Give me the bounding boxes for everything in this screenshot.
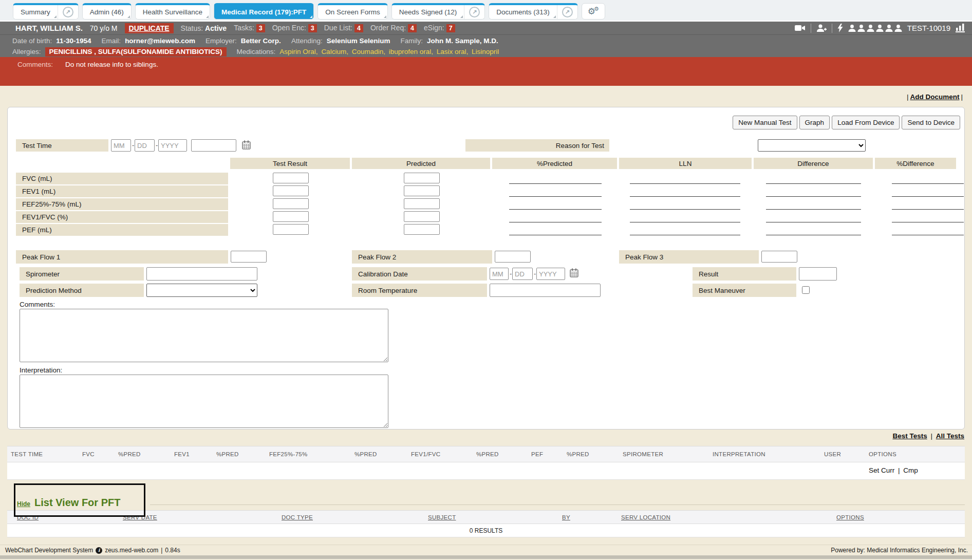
fev1-predicted-input[interactable] <box>404 185 440 196</box>
open-enc-count-badge[interactable]: 3 <box>308 24 317 32</box>
tab-documents[interactable]: Documents (313) <box>489 5 557 19</box>
peak-flow-1-input[interactable] <box>231 251 267 263</box>
graph-button[interactable]: Graph <box>799 116 830 129</box>
value-line <box>509 196 602 197</box>
due-list-count-badge[interactable]: 4 <box>354 24 363 32</box>
test-time-time-input[interactable] <box>191 139 236 152</box>
spirometer-input[interactable] <box>146 267 257 281</box>
load-from-device-button[interactable]: Load From Device <box>832 116 900 129</box>
medication-link[interactable]: Calcium, <box>321 48 348 55</box>
fvc-test-result-input[interactable] <box>273 173 309 183</box>
tab-needs-signed[interactable]: Needs Signed (12) <box>392 5 464 19</box>
dob-label: Date of birth: <box>12 37 52 45</box>
col-by[interactable]: BY <box>562 514 570 520</box>
test-time-day-input[interactable] <box>135 139 155 152</box>
settings-tab[interactable]: ⚙⚙ <box>582 3 605 20</box>
tab-needs-signed-group: Needs Signed (12) ↗ <box>391 3 485 20</box>
calendar-icon[interactable] <box>570 268 578 277</box>
new-manual-test-button[interactable]: New Manual Test <box>733 116 797 129</box>
tab-admin[interactable]: Admin (46) <box>83 5 131 19</box>
room-temperature-input[interactable] <box>490 284 601 297</box>
set-curr-link[interactable]: Set Curr <box>869 466 894 474</box>
reason-for-test-select[interactable] <box>758 139 866 152</box>
tab-health-surveillance[interactable]: Health Surveillance <box>136 5 210 19</box>
order-req-count-badge[interactable]: 4 <box>408 24 417 32</box>
footer-right: Powered by: Medical Informatics Engineer… <box>831 547 968 554</box>
col-doc-options[interactable]: OPTIONS <box>836 514 864 520</box>
divider <box>811 24 811 33</box>
col-pred2: %PRED <box>216 451 239 457</box>
fev1-fvc-test-result-input[interactable] <box>273 211 309 222</box>
col-serv-location[interactable]: SERV LOCATION <box>621 514 670 520</box>
tab-on-screen-forms[interactable]: On Screen Forms <box>318 5 387 19</box>
care-team-icons[interactable] <box>848 25 902 32</box>
col-fvc: FVC <box>82 451 95 457</box>
allergies-badge[interactable]: PENICILLINS , SULFA(SULFONAMIDE ANTIBIOT… <box>45 47 227 57</box>
cmp-link[interactable]: Cmp <box>903 466 918 474</box>
col-subject[interactable]: SUBJECT <box>428 514 456 520</box>
hide-list-view-link[interactable]: Hide <box>17 500 30 508</box>
comments-textarea[interactable] <box>20 309 388 362</box>
medication-link[interactable]: Aspirin Oral, <box>279 48 317 55</box>
video-call-icon[interactable] <box>795 24 806 32</box>
interpretation-textarea[interactable] <box>20 375 388 428</box>
add-document-link[interactable]: Add Document <box>910 93 959 101</box>
peak-flow-2-label: Peak Flow 2 <box>352 250 492 264</box>
pef-test-result-input[interactable] <box>273 224 309 235</box>
calibration-month-input[interactable] <box>490 268 509 280</box>
col-doc-type[interactable]: DOC TYPE <box>282 514 313 520</box>
fef-predicted-input[interactable] <box>404 198 440 209</box>
info-icon[interactable]: i <box>96 547 102 554</box>
duplicate-badge[interactable]: DUPLICATE <box>125 23 174 33</box>
test-time-month-input[interactable] <box>111 139 131 152</box>
medication-link[interactable]: Lasix oral, <box>437 48 469 55</box>
tab-documents-popout[interactable]: ↗ <box>557 5 577 19</box>
fev1-fvc-predicted-input[interactable] <box>404 211 440 222</box>
best-maneuver-checkbox[interactable] <box>802 286 810 294</box>
send-to-device-button[interactable]: Send to Device <box>902 116 960 129</box>
value-line <box>892 183 964 184</box>
pef-predicted-input[interactable] <box>404 224 440 235</box>
peak-flow-2-input[interactable] <box>495 251 531 263</box>
tasks-label: Tasks: <box>234 24 254 32</box>
fef-test-result-input[interactable] <box>273 198 309 209</box>
quick-action-bolt-icon[interactable] <box>837 24 843 32</box>
fieldset-line <box>150 505 965 505</box>
peak-flow-3-input[interactable] <box>761 251 797 263</box>
medication-link[interactable]: Lisinopril <box>472 48 499 55</box>
col-doc-id[interactable]: DOC ID <box>17 514 39 520</box>
tasks-count-badge[interactable]: 3 <box>256 24 265 32</box>
esign-count-badge[interactable]: 7 <box>446 24 455 32</box>
comments-banner-text: Do not release info to siblings. <box>65 61 158 68</box>
calibration-year-input[interactable] <box>536 268 565 280</box>
chart-stats-icon[interactable] <box>956 24 965 32</box>
calendar-icon[interactable] <box>242 140 251 150</box>
prediction-method-select[interactable] <box>146 284 257 297</box>
result-input[interactable] <box>799 267 837 281</box>
tab-summary-popout[interactable]: ↗ <box>58 5 78 19</box>
best-tests-link[interactable]: Best Tests <box>892 432 927 440</box>
tab-medical-record[interactable]: Medical Record (179):PFT <box>214 5 313 19</box>
host-name[interactable]: zeus.med-web.com <box>105 547 158 554</box>
col-serv-date[interactable]: SERV DATE <box>123 514 157 520</box>
tab-documents-group: Documents (313) ↗ <box>489 3 578 20</box>
fvc-predicted-input[interactable] <box>404 173 440 183</box>
email-label: Email: <box>102 37 121 45</box>
chart-id: TEST-10019 <box>907 24 950 32</box>
tab-summary[interactable]: Summary <box>13 5 58 19</box>
calibration-day-input[interactable] <box>512 268 533 280</box>
tab-needs-signed-popout[interactable]: ↗ <box>464 5 484 19</box>
medication-link[interactable]: Coumadin, <box>352 48 385 55</box>
esign-label: eSign: <box>424 24 444 32</box>
employer-label: Employer: <box>205 37 237 45</box>
test-time-year-input[interactable] <box>158 139 187 152</box>
value-line <box>766 222 861 222</box>
add-person-icon[interactable] <box>816 24 827 32</box>
col-test-time: TEST TIME <box>11 451 43 457</box>
comments-banner: Comments: Do not release info to sibling… <box>0 57 972 86</box>
all-tests-link[interactable]: All Tests <box>936 432 964 440</box>
fev1-test-result-input[interactable] <box>273 185 309 196</box>
comments-field-label: Comments: <box>20 301 55 308</box>
documents-empty-row: 0 RESULTS <box>7 524 965 537</box>
medication-link[interactable]: ibuprofen oral, <box>389 48 433 55</box>
